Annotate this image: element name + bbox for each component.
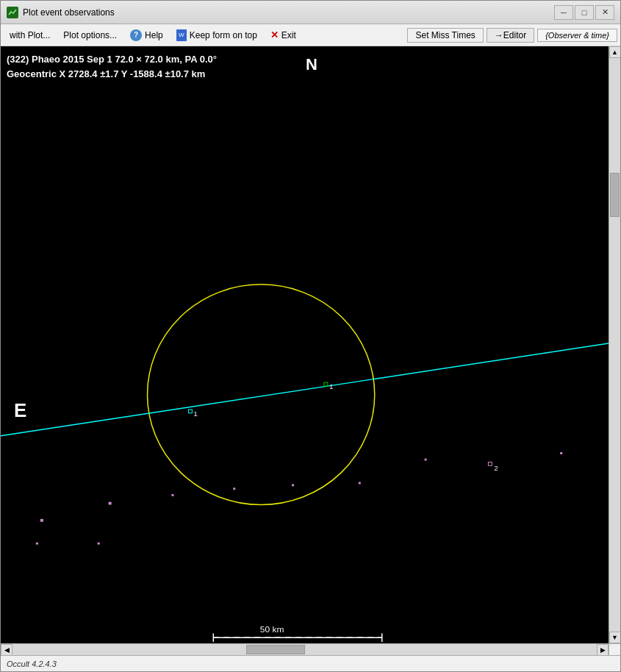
svg-rect-0 (1, 46, 609, 643)
menu-keep-form[interactable]: W Keep form on top (170, 27, 263, 43)
title-bar: Plot event observations ─ □ ✕ (1, 1, 620, 24)
scrollbar-h-thumb[interactable] (246, 645, 305, 654)
svg-rect-13 (425, 459, 427, 461)
editor-button[interactable]: →Editor (487, 28, 534, 43)
svg-rect-7 (40, 519, 43, 522)
main-window: Plot event observations ─ □ ✕ with Plot.… (0, 0, 621, 672)
doc-icon: W (176, 29, 187, 41)
svg-rect-12 (359, 482, 361, 485)
minimize-button[interactable]: ─ (554, 5, 573, 20)
restore-button[interactable]: □ (575, 5, 594, 20)
menu-with-plot[interactable]: with Plot... (4, 28, 56, 43)
menu-keep-form-label: Keep form on top (190, 30, 257, 40)
observer-button[interactable]: {Observer & time} (537, 29, 617, 42)
menu-exit-label: Exit (281, 30, 296, 40)
menu-plot-options-label: Plot options... (63, 30, 117, 40)
menu-help[interactable]: ? Help (124, 27, 169, 43)
svg-text:50 km: 50 km (260, 624, 284, 634)
exit-icon: ✕ (270, 29, 279, 40)
svg-text:1: 1 (193, 410, 198, 418)
scrollbar-horizontal: ◀ ▶ (1, 643, 609, 655)
svg-rect-16 (560, 452, 562, 454)
scroll-left-button[interactable]: ◀ (1, 644, 12, 656)
svg-rect-17 (98, 543, 100, 545)
version-label: Occult 4.2.4.3 (7, 660, 57, 668)
menu-bar: with Plot... Plot options... ? Help W Ke… (1, 24, 620, 46)
bottom-area: ◀ ▶ Occult 4.2.4.3 (1, 643, 620, 671)
plot-info-line1: (322) Phaeo 2015 Sep 1 72.0 × 72.0 km, P… (7, 52, 217, 67)
scrollbar-v-thumb[interactable] (610, 173, 620, 217)
svg-text:2: 2 (494, 464, 498, 472)
plot-canvas[interactable]: 1 1 2 (1, 46, 609, 643)
plot-info-line2: Geocentric X 2728.4 ±1.7 Y -1588.4 ±10.7… (7, 67, 217, 82)
h-scrollbar-row: ◀ ▶ (1, 643, 620, 655)
menu-help-label: Help (145, 30, 163, 40)
menu-plot-options[interactable]: Plot options... (57, 28, 123, 43)
scrollbar-h-track[interactable] (12, 644, 597, 655)
window-title: Plot event observations (23, 7, 554, 18)
window-controls: ─ □ ✕ (554, 5, 614, 20)
svg-rect-18 (36, 543, 38, 545)
scroll-right-button[interactable]: ▶ (597, 644, 609, 656)
east-indicator: E (14, 399, 26, 422)
help-icon: ? (130, 29, 142, 41)
set-miss-times-button[interactable]: Set Miss Times (407, 28, 483, 43)
svg-rect-10 (233, 487, 235, 490)
menu-exit[interactable]: ✕ Exit (265, 27, 302, 43)
close-button[interactable]: ✕ (595, 5, 614, 20)
scrollbar-corner (609, 643, 620, 655)
plot-info: (322) Phaeo 2015 Sep 1 72.0 × 72.0 km, P… (7, 52, 217, 81)
svg-rect-9 (171, 494, 173, 496)
plot-svg: 1 1 2 (1, 46, 609, 643)
svg-text:1: 1 (329, 382, 334, 390)
scrollbar-vertical: ▲ ▼ (609, 46, 620, 643)
content-area: 1 1 2 (1, 46, 620, 643)
north-indicator: N (306, 55, 317, 74)
window-icon (7, 7, 18, 18)
svg-rect-8 (109, 502, 112, 505)
menu-with-plot-label: with Plot... (10, 30, 50, 40)
status-bar: Occult 4.2.4.3 (1, 655, 620, 671)
toolbar: Set Miss Times →Editor {Observer & time} (407, 28, 617, 43)
scrollbar-v-track[interactable] (609, 58, 620, 632)
svg-rect-11 (292, 484, 294, 486)
scroll-down-button[interactable]: ▼ (609, 632, 621, 643)
scroll-up-button[interactable]: ▲ (609, 46, 621, 58)
